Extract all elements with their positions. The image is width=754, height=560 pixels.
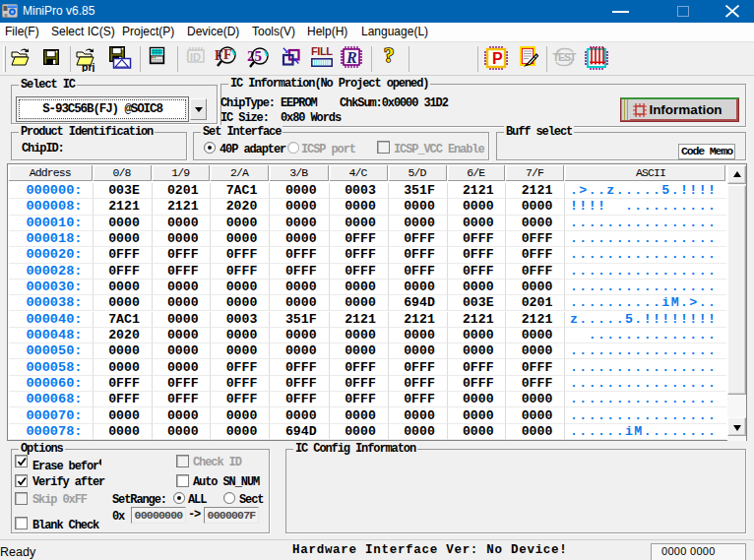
svg-text:TEST: TEST (553, 51, 578, 63)
svg-text:R: R (346, 49, 357, 66)
svg-text:FILL: FILL (311, 46, 333, 57)
svg-text:F: F (223, 47, 232, 62)
svg-text:P: P (492, 50, 503, 67)
svg-text:ID: ID (190, 51, 201, 63)
svg-text:?: ? (384, 46, 395, 67)
svg-text:prj: prj (82, 61, 95, 72)
